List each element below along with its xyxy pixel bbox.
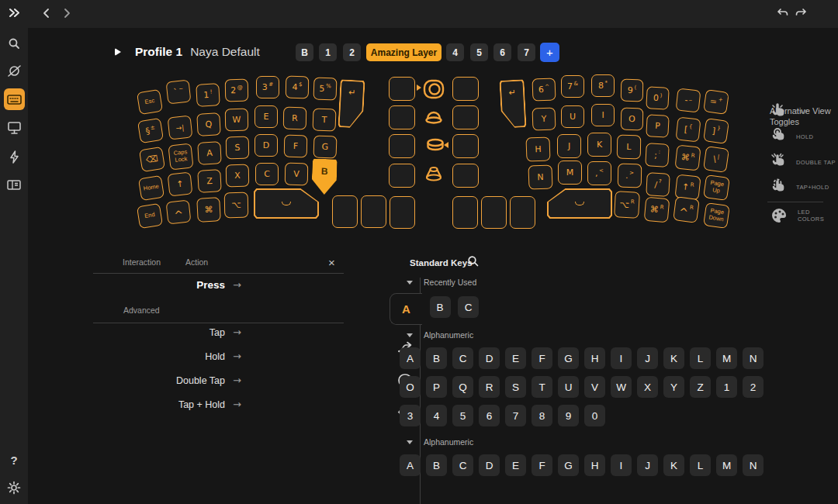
- key-u[interactable]: U: [561, 105, 584, 128]
- layer-tab-1[interactable]: 1: [319, 43, 337, 61]
- picker-key-6[interactable]: 6: [479, 405, 500, 426]
- picker-key-b[interactable]: B: [426, 454, 447, 476]
- picker-key-m[interactable]: M: [716, 347, 737, 369]
- key-f[interactable]: F: [284, 135, 308, 158]
- picker-key-b[interactable]: B: [430, 296, 451, 318]
- key-p[interactable]: P: [646, 114, 669, 137]
- sidebar-expand-icon[interactable]: [7, 5, 22, 20]
- picker-key-u[interactable]: U: [558, 376, 579, 398]
- key-n[interactable]: N: [528, 164, 552, 189]
- forward-icon[interactable]: [61, 8, 72, 19]
- key-⌥[interactable]: ⌥: [224, 192, 249, 219]
- picker-key-l[interactable]: L: [690, 454, 711, 476]
- picker-key-8[interactable]: 8: [532, 405, 552, 426]
- key-`[interactable]: `~: [166, 80, 192, 105]
- layer-tab-7[interactable]: 7: [518, 43, 535, 61]
- key-⌫[interactable]: ⌫: [139, 147, 165, 172]
- trackball-module-icon[interactable]: [423, 79, 445, 99]
- key-h[interactable]: H: [525, 136, 550, 161]
- key-blank[interactable]: [547, 188, 612, 219]
- key--[interactable]: -_: [676, 88, 701, 113]
- key-=[interactable]: =+: [703, 89, 729, 115]
- picker-key-t[interactable]: T: [532, 376, 552, 398]
- key-blank[interactable]: [389, 134, 415, 158]
- key-blank[interactable]: [452, 77, 479, 101]
- key-⌥[interactable]: ⌥R: [614, 191, 640, 219]
- key-q[interactable]: Q: [196, 112, 220, 136]
- profile-expand-icon[interactable]: [115, 48, 121, 56]
- key-blank[interactable]: [481, 196, 507, 229]
- key-↑[interactable]: ↑: [168, 172, 193, 197]
- picker-key-z[interactable]: Z: [690, 376, 711, 398]
- toggle-tap[interactable]: TAP: [770, 102, 808, 121]
- key-4[interactable]: 4$: [286, 76, 310, 99]
- picker-key-v[interactable]: V: [584, 376, 605, 398]
- picker-key-k[interactable]: K: [663, 454, 684, 476]
- undo-icon[interactable]: [776, 8, 789, 19]
- layer-tab-5[interactable]: 5: [470, 43, 488, 61]
- key-7[interactable]: 7&: [561, 75, 584, 98]
- key-caps-lock[interactable]: Caps Lock: [168, 143, 193, 171]
- key-[[interactable]: [{: [676, 117, 701, 143]
- key-v[interactable]: V: [285, 163, 309, 186]
- picker-key-e[interactable]: E: [505, 347, 526, 369]
- key-blank[interactable]: [389, 164, 415, 188]
- picker-key-k[interactable]: K: [663, 347, 684, 369]
- key-/[interactable]: /?: [646, 172, 670, 197]
- orbit-icon[interactable]: [0, 64, 28, 78]
- section-header-recently-used[interactable]: Recently Used: [407, 278, 476, 287]
- picker-key-b[interactable]: B: [426, 347, 447, 369]
- key-o[interactable]: O: [621, 108, 644, 131]
- key-,[interactable]: ,<: [587, 161, 611, 185]
- help-icon[interactable]: ?: [0, 454, 28, 467]
- key-↵[interactable]: ↵: [338, 79, 365, 129]
- picker-key-l[interactable]: L: [690, 347, 711, 369]
- interaction-row-tap-hold[interactable]: Tap + Hold→: [93, 399, 241, 410]
- key-z[interactable]: Z: [197, 169, 221, 193]
- key-t[interactable]: T: [313, 108, 337, 131]
- key-⌘[interactable]: ⌘R: [644, 197, 670, 223]
- section-header-alphanumeric[interactable]: Alphanumeric: [407, 437, 473, 447]
- cone-module-icon[interactable]: [423, 164, 445, 183]
- picker-key-a[interactable]: A: [400, 454, 421, 476]
- key-2[interactable]: 2@: [225, 79, 249, 102]
- picker-key-w[interactable]: W: [611, 376, 632, 398]
- section-header-alphanumeric[interactable]: Alphanumeric: [407, 330, 473, 340]
- layer-tab-amazing-layer[interactable]: Amazing Layer: [366, 43, 442, 61]
- key-⌘[interactable]: ⌘: [196, 197, 221, 223]
- key-blank[interactable]: [389, 77, 415, 101]
- picker-key-e[interactable]: E: [505, 454, 526, 476]
- picker-key-y[interactable]: Y: [663, 376, 684, 398]
- key-c[interactable]: C: [255, 163, 279, 185]
- key-blank[interactable]: [452, 134, 479, 158]
- picker-key-9[interactable]: 9: [558, 405, 579, 426]
- key-g[interactable]: G: [313, 135, 338, 158]
- picker-key-h[interactable]: H: [584, 454, 605, 476]
- key-k[interactable]: K: [587, 133, 611, 157]
- key-d[interactable]: D: [255, 134, 278, 157]
- interaction-row-press[interactable]: Press→: [93, 279, 241, 291]
- layer-tab-6[interactable]: 6: [493, 43, 511, 61]
- key-blank[interactable]: [390, 196, 415, 229]
- key-3[interactable]: 3#: [256, 76, 279, 98]
- disc-module-icon[interactable]: [424, 136, 446, 155]
- picker-key-f[interactable]: F: [532, 454, 552, 476]
- picker-key-p[interactable]: P: [426, 376, 447, 398]
- picker-key-s[interactable]: S: [505, 376, 526, 398]
- close-icon[interactable]: ×: [328, 257, 335, 268]
- key-i[interactable]: I: [591, 104, 615, 126]
- key-a[interactable]: A: [197, 141, 221, 165]
- key-0[interactable]: 0): [646, 86, 669, 109]
- picker-key-r[interactable]: R: [479, 376, 500, 398]
- key-blank[interactable]: [332, 195, 358, 228]
- picker-key-4[interactable]: 4: [426, 405, 447, 426]
- key-^[interactable]: ^: [166, 200, 192, 225]
- key-j[interactable]: J: [557, 134, 581, 158]
- toggle-tap-hold[interactable]: TAP+HOLD: [770, 178, 829, 196]
- picker-key-d[interactable]: D: [479, 347, 500, 369]
- picker-key-c[interactable]: C: [452, 347, 473, 369]
- key-e[interactable]: E: [255, 105, 278, 128]
- key-8[interactable]: 8*: [591, 74, 615, 97]
- key-blank[interactable]: [510, 196, 535, 229]
- picker-key-7[interactable]: 7: [505, 405, 526, 426]
